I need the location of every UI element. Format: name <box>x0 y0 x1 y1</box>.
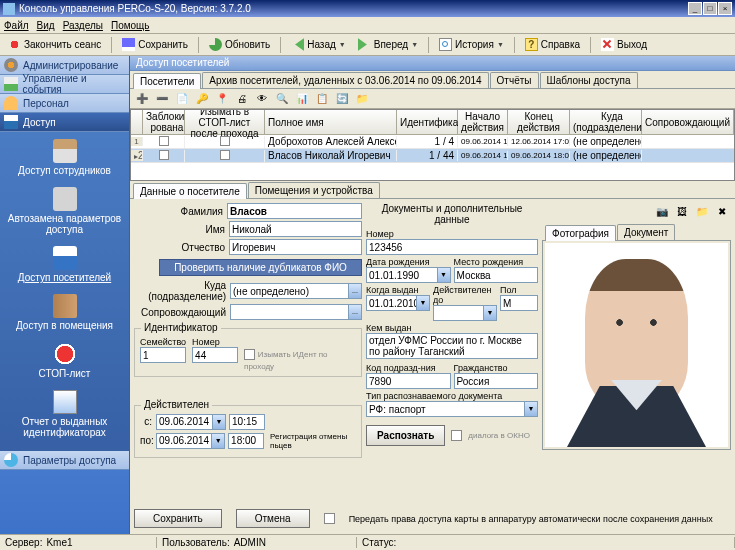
dept-dropdown[interactable]: (не определено)... <box>230 283 362 299</box>
checkbox[interactable] <box>159 150 169 160</box>
tab-photo[interactable]: Фотография <box>545 225 616 241</box>
end-icon <box>8 38 21 51</box>
forward-button[interactable]: Вперед▼ <box>354 37 422 52</box>
end-session-button[interactable]: Закончить сеанс <box>4 37 105 52</box>
checkbox[interactable] <box>220 150 230 160</box>
subnav-visitors[interactable]: Доступ посетителей <box>0 242 129 290</box>
menu-help[interactable]: Помощь <box>111 20 150 31</box>
tool-7[interactable]: 👁 <box>253 90 271 107</box>
col-end[interactable]: Конец действия <box>508 110 570 134</box>
sex-input[interactable] <box>500 295 538 311</box>
tool-6[interactable]: 🖨 <box>233 90 251 107</box>
nav-events[interactable]: Управление и события <box>0 75 129 94</box>
middlename-input[interactable] <box>229 239 362 255</box>
citizen-input[interactable] <box>454 373 539 389</box>
forward-icon <box>358 38 371 51</box>
subnav-stop[interactable]: СТОП-лист <box>0 338 129 386</box>
tool-9[interactable]: 📊 <box>293 90 311 107</box>
tool-copy[interactable]: 📄 <box>173 90 191 107</box>
refresh-button[interactable]: Обновить <box>205 37 274 52</box>
table-row[interactable]: ▸2 Власов Николай Игоревич 1 / 44 09.06.… <box>131 149 734 163</box>
col-ident[interactable]: Идентификатор <box>397 110 458 134</box>
cancel-btn[interactable]: Отмена <box>236 509 310 528</box>
stop-checkbox[interactable] <box>244 349 255 360</box>
tab-reports[interactable]: Отчёты <box>490 72 539 88</box>
menu-sections[interactable]: Разделы <box>63 20 103 31</box>
minimize-button[interactable]: _ <box>688 2 702 15</box>
nav-params[interactable]: Параметры доступа <box>0 451 129 470</box>
tab-visitors[interactable]: Посетители <box>133 73 201 89</box>
col-dept[interactable]: Куда (подразделение) <box>570 110 642 134</box>
escort-dropdown[interactable]: ... <box>230 304 362 320</box>
transfer-checkbox[interactable] <box>324 513 335 524</box>
back-button[interactable]: Назад▼ <box>287 37 350 52</box>
detail-tabs: Данные о посетителе Помещения и устройст… <box>130 181 735 199</box>
tool-5[interactable]: 📍 <box>213 90 231 107</box>
subnav-staff[interactable]: Доступ сотрудников <box>0 135 129 183</box>
subnav-report[interactable]: Отчет о выданных идентификаторах <box>0 386 129 445</box>
col-blocked[interactable]: Заблоки- рована <box>143 110 185 134</box>
photo-tool-3[interactable]: 📁 <box>693 203 711 220</box>
bottom-buttons: Сохранить Отмена Передать права доступа … <box>130 503 735 534</box>
exit-button[interactable]: Выход <box>597 37 651 52</box>
tool-11[interactable]: 🔄 <box>333 90 351 107</box>
subnav-autoreplace[interactable]: Автозамена параметров доступа <box>0 183 129 242</box>
menu-file[interactable]: Файл <box>4 20 29 31</box>
tab-visitor-data[interactable]: Данные о посетителе <box>133 183 247 199</box>
checkbox[interactable] <box>159 136 169 146</box>
table-row[interactable]: 1 Доброхотов Алексей Алексеевич 1 / 4 09… <box>131 135 734 149</box>
save-button[interactable]: Сохранить <box>118 37 192 52</box>
history-button[interactable]: История▼ <box>435 37 508 52</box>
to-time[interactable] <box>228 433 264 449</box>
tab-document[interactable]: Документ <box>617 224 675 240</box>
birthplace-input[interactable] <box>454 267 539 283</box>
photo-tool-1[interactable]: 📷 <box>653 203 671 220</box>
close-button[interactable]: × <box>718 2 732 15</box>
from-date[interactable]: 09.06.2014▼ <box>156 414 226 430</box>
nav-personnel[interactable]: Персонал <box>0 94 129 113</box>
doc-number-input[interactable] <box>366 239 538 255</box>
dialog-checkbox[interactable] <box>451 430 462 441</box>
issued-date[interactable]: 01.01.2010▼ <box>366 295 430 311</box>
birthdate-input[interactable]: 01.01.1990▼ <box>366 267 451 283</box>
tab-templates[interactable]: Шаблоны доступа <box>540 72 638 88</box>
to-date[interactable]: 09.06.2014▼ <box>156 433 225 449</box>
family-input[interactable] <box>140 347 186 363</box>
tool-4[interactable]: 🔑 <box>193 90 211 107</box>
lastname-input[interactable] <box>227 203 362 219</box>
col-fullname[interactable]: Полное имя <box>265 110 397 134</box>
tool-delete[interactable]: ➖ <box>153 90 171 107</box>
code-input[interactable] <box>366 373 451 389</box>
tool-10[interactable]: 📋 <box>313 90 331 107</box>
main-toolbar: Закончить сеанс Сохранить Обновить Назад… <box>0 34 735 56</box>
tab-rooms-devices[interactable]: Помещения и устройства <box>248 182 380 198</box>
issuer-input[interactable]: отдел УФМС России по г. Москве по району… <box>366 333 538 359</box>
number-input[interactable] <box>192 347 238 363</box>
photo-tool-4[interactable]: ✖ <box>713 203 731 220</box>
from-time[interactable] <box>229 414 265 430</box>
col-stoplist[interactable]: Изымать в СТОП-лист после прохода <box>185 110 265 134</box>
maximize-button[interactable]: □ <box>703 2 717 15</box>
help-button[interactable]: ?Справка <box>521 37 584 52</box>
doctype-dropdown[interactable]: РФ: паспорт▼ <box>366 401 538 417</box>
visitors-grid[interactable]: Заблоки- рована Изымать в СТОП-лист посл… <box>130 109 735 181</box>
photo-tool-2[interactable]: 🖼 <box>673 203 691 220</box>
save-btn[interactable]: Сохранить <box>134 509 222 528</box>
check-duplicates-button[interactable]: Проверить наличие дубликатов ФИО <box>159 259 362 276</box>
nav-access[interactable]: Доступ <box>0 113 129 132</box>
tab-archive[interactable]: Архив посетителей, удаленных с 03.06.201… <box>202 72 488 88</box>
subnav-rooms[interactable]: Доступ в помещения <box>0 290 129 338</box>
col-start[interactable]: Начало действия <box>458 110 508 134</box>
col-escort[interactable]: Сопровождающий <box>642 110 734 134</box>
recognize-button[interactable]: Распознать <box>366 425 445 446</box>
status-bar: Сервер:Kme1 Пользователь:ADMIN Статус: <box>0 534 735 550</box>
validto-date[interactable]: ▼ <box>433 305 497 321</box>
tool-add[interactable]: ➕ <box>133 90 151 107</box>
menu-view[interactable]: Вид <box>37 20 55 31</box>
checkbox[interactable] <box>220 136 230 146</box>
docs-title: Документы и дополнительные данные <box>366 203 538 225</box>
tool-12[interactable]: 📁 <box>353 90 371 107</box>
tool-8[interactable]: 🔍 <box>273 90 291 107</box>
report-icon <box>53 390 77 414</box>
firstname-input[interactable] <box>229 221 362 237</box>
